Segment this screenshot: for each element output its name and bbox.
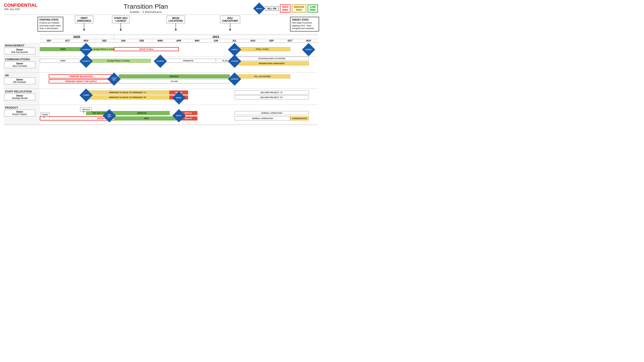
col-aug: AUG bbox=[244, 39, 262, 42]
col-nov2: NOV bbox=[300, 39, 318, 42]
product-dryrun-diamond: DRYRUN bbox=[105, 111, 114, 120]
col-jan: JAN bbox=[114, 39, 132, 42]
reloc-move-diamond: MOVE bbox=[174, 93, 184, 103]
hr-launch-diamond: LAUNCH bbox=[230, 74, 239, 84]
workstream-hr: HR Owner Effi Smartato PREPARE RECRUITER… bbox=[4, 73, 318, 89]
legend-high-risk: HIGHRISK bbox=[280, 4, 291, 12]
reloc-comms-diamond: COMMS bbox=[82, 90, 91, 100]
mgmt-check2-diamond: CHECK bbox=[304, 45, 313, 54]
comms-team-building-bar: TEAM BUILDING ACTIVITIES bbox=[234, 56, 309, 60]
ws-hr-label: HR Owner Effi Smartato bbox=[4, 74, 39, 84]
workstream-staff-relocation: STAFF RELOCATION Owner Santiago Bonita C… bbox=[4, 89, 318, 105]
hr-prepare-recruiters-bar: PREPARE RECRUITERS bbox=[49, 74, 114, 78]
milestone-first-announce: FIRSTANNOUNCE bbox=[75, 16, 93, 31]
col-mar: MAR bbox=[151, 39, 170, 42]
reloc-prep-a-bar: PREPARE TO MOVE TO PREMISES "A" bbox=[86, 90, 170, 94]
comms-launch1-diamond: LAUNCH bbox=[82, 56, 91, 66]
mgmt-launch-diamond: LAUNCH bbox=[82, 45, 91, 54]
milestone-bau: BAUCHECKPOINT bbox=[220, 16, 240, 31]
mgmt-final-tasks-bar: FINAL TASKS bbox=[234, 47, 290, 51]
mgmt-check-diamond: CHECK bbox=[230, 45, 239, 54]
hr-prepare-agency-bar: PREPARE AGENCY FOR SUPPLY bbox=[49, 79, 114, 83]
mgmt-move-bau-bar: MOVE TO BAU bbox=[114, 47, 179, 51]
col-apr: APR bbox=[170, 39, 188, 42]
title-center: Transition Plan Subtitle – 5 Workstreams bbox=[124, 3, 168, 14]
comms-launch2-diamond: LAUNCH bbox=[156, 56, 165, 66]
hr-fill-vacancies-bar: FILL VACANCIES bbox=[234, 74, 290, 78]
legend-low-risk: LOWRISK bbox=[308, 4, 318, 12]
hr-recruit-bar: RECRUIT bbox=[119, 74, 230, 78]
product-consolidate-bar: CONSOLIDATE bbox=[290, 116, 309, 120]
workstream-communications: COMMUNICATIONS Owner Jane Cornelius PREP… bbox=[4, 56, 318, 73]
ws-product-label: PRODUCT Owner Rumbi Tratano bbox=[4, 106, 39, 116]
col-oct2: OCT bbox=[281, 39, 300, 42]
date-label: 20th July 2020 bbox=[4, 8, 37, 10]
product-normal-op1-bar: NORMAL OPERATION bbox=[234, 111, 309, 115]
col-nov: NOV bbox=[77, 39, 96, 42]
legend-medium-risk: MEDIUMRISK bbox=[292, 4, 306, 12]
comms-promote-bar: PROMOTE bbox=[160, 59, 216, 63]
col-feb: FEB bbox=[132, 39, 151, 42]
milestone-move-locations: MOVELOCATIONS bbox=[166, 16, 185, 31]
comms-launch3-diamond: LAUNCH bbox=[230, 56, 239, 66]
product-improve-bar: IMPROVE bbox=[114, 111, 170, 115]
reloc-delivern-bar: DELIVER PROJECT "N" bbox=[234, 95, 309, 99]
mgmt-prep-bar: PREP bbox=[40, 47, 86, 51]
product-test-bar: TEST bbox=[114, 116, 179, 120]
workstream-product: PRODUCT Owner Rumbi Tratano Mobile Telec… bbox=[4, 105, 318, 125]
main-title: Transition Plan bbox=[124, 3, 168, 10]
year-2020: 2020 bbox=[40, 35, 114, 39]
hr-staffdev-diamond: STAFFDEV bbox=[109, 74, 119, 84]
starting-state-box: STARTING STATE: Products are outdated an… bbox=[38, 17, 63, 31]
col-jul: JUL bbox=[225, 39, 244, 42]
hr-place-bar: PLACE bbox=[119, 79, 230, 83]
milestone-staff-dev: STAFF DEVLAUNCH bbox=[112, 16, 130, 31]
col-sep2: SEP bbox=[262, 39, 281, 42]
workstream-management: MANAGEMENT Owner Bob Sacramento PREP LAU… bbox=[4, 43, 318, 56]
comms-design-bar: Design Phase 2 Comms bbox=[86, 59, 151, 63]
confidential-label: CONFIDENTIAL bbox=[4, 3, 37, 8]
col-sep: SEP bbox=[40, 39, 58, 42]
target-state-box: TARGET STATE: New range of products targ… bbox=[290, 17, 319, 31]
comms-prep-bar: PREP bbox=[40, 59, 86, 63]
page: CONFIDENTIAL 20th July 2020 Transition P… bbox=[0, 0, 322, 181]
reloc-deliver2-bar: DELIVER PROJECT "2" bbox=[234, 90, 309, 94]
ws-reloc-label: STAFF RELOCATION Owner Santiago Bonita bbox=[4, 90, 39, 100]
product-normal-op2-bar: NORMAL OPERATION bbox=[234, 116, 290, 120]
header-left: CONFIDENTIAL 20th July 2020 bbox=[4, 3, 37, 10]
subtitle: Subtitle – 5 Workstreams bbox=[124, 10, 168, 14]
telecoms-bubble: Telecoms bbox=[80, 107, 92, 111]
col-may: MAY bbox=[188, 39, 206, 42]
ws-management-label: MANAGEMENT Owner Bob Sacramento bbox=[4, 44, 39, 54]
reloc-prep-b-bar: PREPARE TO MOVE TO PREMISES "B" bbox=[86, 95, 170, 99]
year-2021: 2021 bbox=[114, 35, 318, 39]
comms-promotions-bar: PROMOTIONS ANNOUNCE bbox=[234, 61, 309, 65]
marker-text: Marker bbox=[256, 7, 262, 9]
ws-comms-label: COMMUNICATIONS Owner Jane Cornelius bbox=[4, 58, 39, 68]
legend-marker-diamond: Marker bbox=[254, 3, 264, 13]
mobile-bubble: Mobile bbox=[40, 113, 50, 117]
col-oct: OCT bbox=[58, 39, 77, 42]
legend: Marker ALL OK HIGHRISK MEDIUMRISK LOWRIS… bbox=[254, 3, 318, 13]
col-dec: DEC bbox=[96, 39, 114, 42]
col-jun: JUN bbox=[206, 39, 225, 42]
product-move-diamond: MOVE bbox=[174, 111, 184, 120]
legend-all-ok: ALL OK bbox=[266, 6, 278, 11]
